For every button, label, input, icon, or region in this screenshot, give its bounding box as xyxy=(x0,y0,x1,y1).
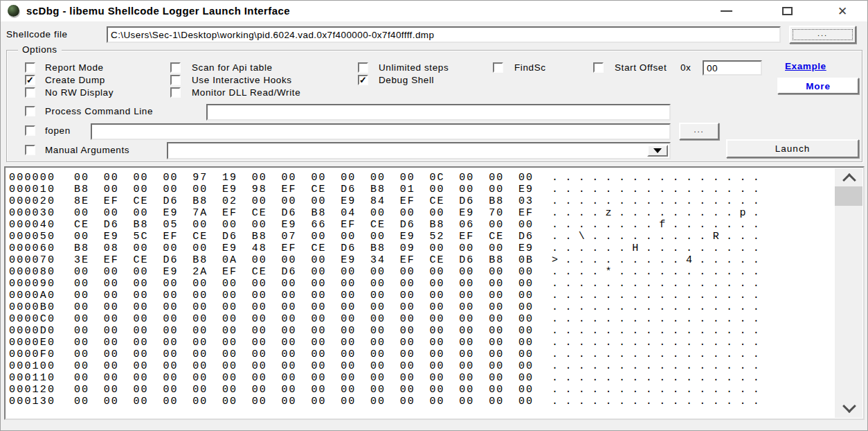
hex-row: 000040CED6B805000000E966EFCED6B8060000..… xyxy=(6,219,833,231)
hex-bytes: 0000000097190000000000000C000000 xyxy=(74,172,548,184)
hex-row: 0000E000000000000000000000000000000000..… xyxy=(6,337,833,349)
hex-row: 000080000000E92AEFCED60000000000000000..… xyxy=(6,266,833,278)
hex-bytes: 00000000000000000000000000000000 xyxy=(74,290,548,301)
no-rw-display-label: No RW Display xyxy=(45,87,114,98)
hex-offset: 000050 xyxy=(9,231,55,243)
hex-bytes: 00000000000000000000000000000000 xyxy=(74,396,548,407)
fopen-checkbox[interactable] xyxy=(25,125,35,136)
monitor-dll-checkbox[interactable] xyxy=(170,87,181,98)
report-mode-checkbox[interactable] xyxy=(25,62,35,73)
manual-arguments-combobox[interactable] xyxy=(167,142,671,159)
scroll-up-icon[interactable] xyxy=(842,173,856,187)
hex-row: 0000A000000000000000000000000000000000..… xyxy=(6,290,833,301)
hex-row: 0000D000000000000000000000000000000000..… xyxy=(6,325,833,337)
hex-offset: 000080 xyxy=(9,266,55,278)
maximize-button[interactable] xyxy=(758,1,816,21)
close-button[interactable]: ✕ xyxy=(816,1,868,21)
hex-offset: 000120 xyxy=(9,384,55,396)
interactive-hooks-checkbox[interactable] xyxy=(170,75,181,85)
hex-ascii: ....z.........p. xyxy=(552,207,766,219)
hex-row: 0000C000000000000000000000000000000000..… xyxy=(6,313,833,325)
vertical-scrollbar[interactable] xyxy=(835,168,862,418)
hex-row: 0000208EEFCED6B802000000E984EFCED6B803..… xyxy=(6,195,833,207)
hex-offset: 0000F0 xyxy=(9,349,55,360)
hex-row: 00009000000000000000000000000000000000..… xyxy=(6,278,833,290)
hex-offset: 0000D0 xyxy=(9,325,55,337)
findsc-checkbox[interactable] xyxy=(493,62,503,73)
process-command-line-label: Process Command Line xyxy=(45,106,153,116)
shellcode-file-input[interactable] xyxy=(107,26,781,43)
hex-ascii: ......H......... xyxy=(552,243,766,254)
hex-bytes: 00000000000000000000000000000000 xyxy=(74,325,548,337)
minimize-icon xyxy=(721,10,732,12)
minimize-button[interactable] xyxy=(698,1,754,21)
hex-bytes: 00E95CEFCED6B807000000E952EFCED6 xyxy=(74,231,548,243)
create-dump-checkbox[interactable]: ✓ xyxy=(25,75,35,85)
hex-ascii: ................ xyxy=(552,290,766,301)
hex-offset: 0000C0 xyxy=(9,313,55,325)
monitor-dll-label: Monitor DLL Read/Write xyxy=(192,87,300,98)
hex-offset: 000030 xyxy=(9,207,55,219)
start-offset-input[interactable] xyxy=(703,60,762,76)
interactive-hooks-label: Use Interactive Hooks xyxy=(192,75,292,85)
hex-ascii: ................ xyxy=(552,313,766,325)
hex-bytes: B800000000E998EFCED6B801000000E9 xyxy=(74,184,548,195)
close-icon: ✕ xyxy=(838,6,847,17)
hex-row: 000010B800000000E998EFCED6B801000000E9..… xyxy=(6,184,833,195)
more-button[interactable]: More xyxy=(777,78,859,94)
process-command-line-checkbox[interactable] xyxy=(25,106,35,116)
shellcode-file-label: Shellcode file xyxy=(6,29,68,39)
window-title: scDbg - libemu Shellcode Logger Launch I… xyxy=(26,5,290,17)
hex-offset: 000000 xyxy=(9,172,55,184)
maximize-icon xyxy=(782,7,793,15)
no-rw-display-checkbox[interactable] xyxy=(25,87,35,98)
hex-row: 00012000000000000000000000000000000000..… xyxy=(6,384,833,396)
fopen-input[interactable] xyxy=(91,123,671,140)
start-offset-checkbox[interactable] xyxy=(593,62,604,73)
hex-ascii: ................ xyxy=(552,184,766,195)
manual-arguments-checkbox[interactable] xyxy=(25,145,35,155)
browse-button[interactable]: ... xyxy=(789,26,856,44)
chevron-down-icon xyxy=(653,148,662,153)
hex-ascii: ................ xyxy=(552,337,766,349)
unlimited-steps-label: Unlimited steps xyxy=(379,62,449,73)
titlebar: scDbg - libemu Shellcode Logger Launch I… xyxy=(1,1,867,22)
launch-button[interactable]: Launch xyxy=(726,139,859,158)
unlimited-steps-checkbox[interactable] xyxy=(358,62,368,73)
hex-ascii: ................ xyxy=(552,349,766,360)
combo-dropdown-button[interactable] xyxy=(647,145,668,157)
app-icon xyxy=(8,5,19,17)
hex-offset: 000130 xyxy=(9,396,55,407)
hex-ascii: ................ xyxy=(552,172,766,184)
hex-offset: 0000E0 xyxy=(9,337,55,349)
report-mode-label: Report Mode xyxy=(45,62,104,73)
hex-row: 000060B808000000E948EFCED6B809000000E9..… xyxy=(6,243,833,254)
hex-offset: 000070 xyxy=(9,254,55,266)
hex-ascii: ................ xyxy=(552,372,766,384)
hex-bytes: 00000000000000000000000000000000 xyxy=(74,278,548,290)
hex-ascii: ................ xyxy=(552,384,766,396)
create-dump-label: Create Dump xyxy=(45,75,105,85)
hex-bytes: 3EEFCED6B80A000000E934EFCED6B80B xyxy=(74,254,548,266)
hex-bytes: 00000000000000000000000000000000 xyxy=(74,349,548,360)
debug-shell-checkbox[interactable]: ✓ xyxy=(358,75,368,85)
hex-offset: 000010 xyxy=(9,184,55,195)
hex-bytes: B808000000E948EFCED6B809000000E9 xyxy=(74,243,548,254)
scrollbar-thumb[interactable] xyxy=(835,186,862,206)
fopen-browse-button[interactable]: ... xyxy=(679,123,719,140)
hex-ascii: ................ xyxy=(552,325,766,337)
hex-bytes: 00000000000000000000000000000000 xyxy=(74,301,548,313)
hex-row: 0000703EEFCED6B80A000000E934EFCED6B80B>.… xyxy=(6,254,833,266)
scan-api-table-checkbox[interactable] xyxy=(170,62,181,73)
hex-ascii: ....*........... xyxy=(552,266,766,278)
hex-bytes: 00000000000000000000000000000000 xyxy=(74,360,548,372)
hex-row: 0000F000000000000000000000000000000000..… xyxy=(6,349,833,360)
start-offset-label: Start Offset xyxy=(615,62,667,73)
hex-row: 0000000000000097190000000000000C000000..… xyxy=(6,172,833,184)
example-link[interactable]: Example xyxy=(785,61,826,71)
process-command-line-input[interactable] xyxy=(206,104,671,121)
scroll-down-icon[interactable] xyxy=(842,399,856,413)
hex-bytes: 8EEFCED6B802000000E984EFCED6B803 xyxy=(74,195,548,207)
hex-bytes: CED6B805000000E966EFCED6B8060000 xyxy=(74,219,548,231)
browse-button-focus-rect: ... xyxy=(793,29,853,40)
